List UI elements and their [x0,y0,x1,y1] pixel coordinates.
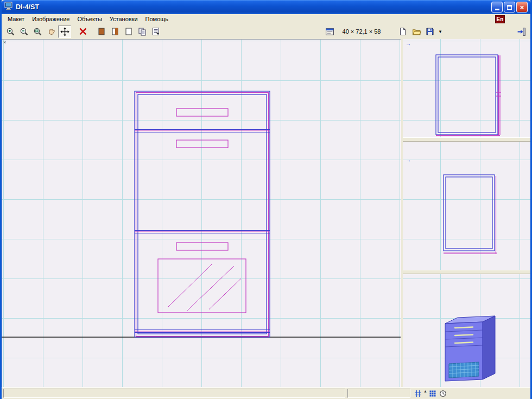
status-secondary-cell [347,389,410,398]
pan-button[interactable] [45,26,58,38]
grid-filled-icon [429,390,436,397]
grid-toggle-button[interactable] [413,389,423,398]
minimize-icon [495,6,499,10]
horizontal-splitter-2[interactable] [403,270,530,274]
move-button[interactable] [58,26,71,38]
fill-none-icon [124,27,133,36]
zoom-in-button[interactable] [4,26,17,38]
window-title: DI-4/ST [16,3,490,11]
language-indicator[interactable]: En [495,15,505,23]
cabinet-front-view-drawing [2,39,401,387]
view-panels-column: → → [403,39,530,387]
main-drawing-canvas[interactable]: × [2,39,401,387]
open-folder-icon [412,27,421,36]
side-view-panel[interactable]: → [403,39,530,137]
menu-ustanovki[interactable]: Установки [106,15,142,23]
exit-button[interactable] [515,26,528,38]
cabinet-door-view-drawing [403,142,530,270]
view-3d-panel[interactable] [403,274,530,387]
menu-obekty[interactable]: Объекты [73,15,105,23]
zoom-out-icon [20,27,29,36]
save-dropdown-arrow[interactable]: ▾ [438,29,443,34]
exit-icon [517,27,526,36]
menu-maket[interactable]: Макет [4,15,28,23]
maximize-icon [507,5,512,10]
titlebar: DI-4/ST × [2,0,530,14]
object-properties-button[interactable] [323,26,336,38]
workspace: × [2,39,530,387]
grid-snap-button[interactable] [428,389,438,398]
fill-half-icon [111,27,119,36]
save-button[interactable] [423,26,436,38]
object-properties-icon [325,27,334,36]
properties-icon [151,27,160,36]
fill-solid-button[interactable] [95,26,108,38]
toolbar: 40 × 72,1 × 58 ▾ [2,24,530,39]
properties-button[interactable] [149,26,162,38]
copy-icon [138,27,147,36]
status-message-cell [3,389,345,398]
fill-none-button[interactable] [122,26,135,38]
front-view-panel[interactable]: → [403,142,530,270]
move-icon [60,27,69,36]
dimensions-value: 40 × 72,1 × 58 [337,28,387,35]
cabinet-side-view-drawing [403,39,530,137]
menubar: Макет Изображение Объекты Установки Помо… [2,14,530,24]
statusbar: ▲ [2,387,530,399]
grid-icon [414,390,422,397]
app-window: DI-4/ST × Макет Изображение Объекты Уста… [0,0,532,399]
clock-icon [439,390,447,397]
open-button[interactable] [410,26,423,38]
minimize-button[interactable] [491,2,503,12]
save-diskette-icon [426,27,434,36]
menu-pomosch[interactable]: Помощь [142,15,173,23]
cabinet-3d-render [403,274,530,387]
close-icon: × [520,3,524,11]
new-document-icon [398,27,407,36]
fill-half-button[interactable] [109,26,122,38]
grid-up-arrow[interactable]: ▲ [423,388,427,393]
copy-button[interactable] [136,26,149,38]
zoom-in-icon [6,27,15,36]
delete-x-icon [79,27,87,36]
clock-button[interactable] [438,389,448,398]
zoom-out-button[interactable] [17,26,30,38]
hand-icon [47,27,56,36]
close-button[interactable]: × [516,2,528,12]
menu-izobrazhenie[interactable]: Изображение [28,15,73,23]
new-document-button[interactable] [396,26,409,38]
horizontal-splitter-1[interactable] [403,137,530,142]
app-icon [4,2,13,12]
delete-button[interactable] [77,26,90,38]
maximize-button[interactable] [504,2,515,12]
zoom-fit-button[interactable] [31,26,44,38]
fill-solid-icon [97,27,106,36]
zoom-fit-icon [33,27,42,36]
